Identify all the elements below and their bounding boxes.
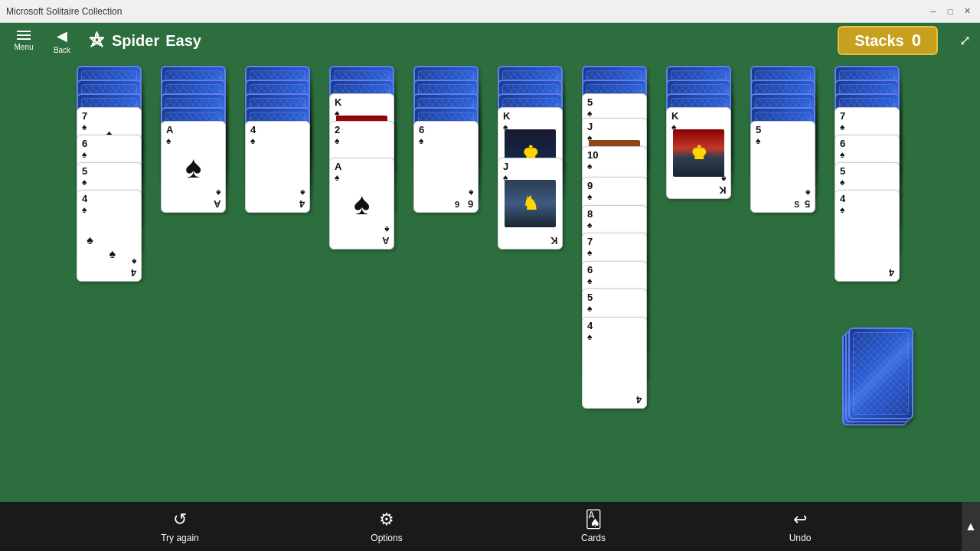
try-again-button[interactable]: ↺ Try again [149, 510, 211, 543]
minimize-button[interactable]: ─ [926, 5, 940, 18]
toolbar-expand-button[interactable]: ▲ [962, 502, 980, 551]
card-king-spades-col8[interactable]: K ♠ ♚ K ♠ [666, 107, 731, 199]
card-5-spades-col9[interactable]: 5 ♠ 5 ♠ S [750, 121, 815, 213]
back-icon: ◀ [57, 28, 67, 44]
king-figure-col8: ♚ [673, 129, 724, 177]
toolbar: ↺ Try again ⚙ Options 🂡 Cards ↩ Undo ▲ [0, 502, 980, 551]
maximize-button[interactable]: □ [943, 5, 957, 18]
card-ace-spades[interactable]: A ♠ ♠ A ♠ [161, 121, 226, 213]
jack-figure: ♞ [505, 180, 556, 227]
expand-button[interactable]: ⤢ [959, 32, 971, 49]
close-button[interactable]: ✕ [960, 5, 974, 18]
game-area: 7 ♠ ♠ 7 ♠ 6 ♠ 6 ♠ 5 ♠ 5 ♠ 4 ♠ ♠ ♠ 4 ♠ [0, 58, 980, 502]
card-jack-spades[interactable]: J ♠ ♞ K [498, 158, 563, 249]
star-icon: ⛤ [89, 31, 106, 51]
menu-button[interactable]: Menu [9, 26, 38, 55]
card-6-spades-col5[interactable]: 6 ♠ 6 ♠ 9 [413, 121, 479, 213]
card-4-spades[interactable]: 4 ♠ ♠ ♠ 4 ♠ [77, 190, 142, 282]
cards-button[interactable]: 🂡 Cards [563, 510, 624, 543]
titlebar: Microsoft Solitaire Collection ─ □ ✕ [0, 0, 980, 23]
deck-card-3 [848, 328, 913, 419]
game-title: ⛤ Spider Easy [89, 31, 201, 51]
card-ace-spades-col4[interactable]: A ♠ ♠ A ♠ [329, 158, 394, 249]
menubar: Menu ◀ Back ⛤ Spider Easy Stacks 0 ⤢ [0, 23, 980, 58]
card-4-spades-col3[interactable]: 4 ♠ 4 ♠ [245, 121, 310, 213]
deck-pile[interactable] [842, 334, 911, 425]
app-title: Microsoft Solitaire Collection [6, 6, 122, 17]
undo-icon: ↩ [793, 510, 807, 530]
stacks-badge: Stacks 0 [838, 26, 938, 55]
cards-icon: 🂡 [585, 510, 603, 530]
back-button[interactable]: ◀ Back [47, 26, 77, 55]
window-controls: ─ □ ✕ [926, 5, 974, 18]
card-4-spades-col10[interactable]: 4 ♠ 4 [835, 190, 900, 282]
undo-button[interactable]: ↩ Undo [769, 510, 831, 543]
hamburger-icon [17, 31, 31, 40]
options-icon: ⚙ [379, 510, 394, 530]
card-4-spades-col7[interactable]: 4 ♠ 4 [582, 317, 647, 409]
options-button[interactable]: ⚙ Options [356, 510, 417, 543]
try-again-icon: ↺ [173, 510, 187, 530]
